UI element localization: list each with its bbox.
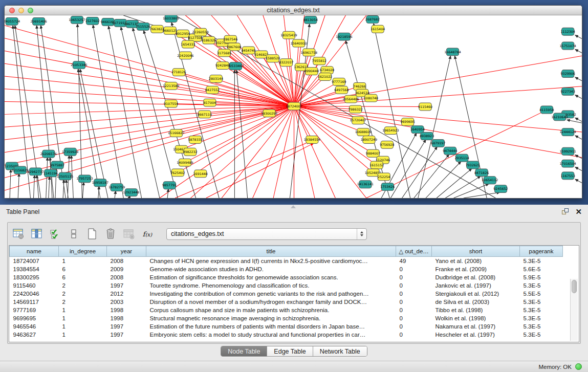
- table-row[interactable]: 2242004622012Investigating the contribut…: [10, 290, 563, 298]
- network-node[interactable]: 2935114: [455, 154, 469, 162]
- network-node[interactable]: 8813054: [303, 16, 318, 24]
- network-node[interactable]: 9245652: [493, 185, 508, 193]
- network-node[interactable]: 9975887: [50, 161, 64, 169]
- network-node[interactable]: 12444124: [560, 128, 576, 136]
- network-node[interactable]: 9474444: [443, 147, 457, 155]
- network-node[interactable]: 6497568: [334, 86, 349, 94]
- network-node[interactable]: 9699695: [401, 118, 415, 126]
- network-node[interactable]: 20691406: [30, 17, 47, 25]
- network-node[interactable]: 7515526: [136, 23, 150, 30]
- network-node[interactable]: 14099489: [177, 159, 193, 166]
- table-row[interactable]: 911546021997Tourette syndrome. Phenomeno…: [10, 281, 563, 290]
- network-node[interactable]: 6879197: [431, 139, 445, 147]
- network-node[interactable]: 16210643: [551, 113, 568, 121]
- network-node[interactable]: 1080748: [364, 94, 378, 102]
- close-panel-icon[interactable]: ✕: [575, 208, 582, 215]
- network-node[interactable]: 18300295: [261, 110, 277, 117]
- network-node[interactable]: 9242848: [215, 62, 230, 70]
- network-node[interactable]: 2803144: [209, 75, 223, 83]
- network-node[interactable]: 1615404: [371, 25, 385, 33]
- network-node[interactable]: 1167553: [561, 172, 575, 180]
- network-node[interactable]: 9227343: [561, 87, 575, 95]
- network-node[interactable]: 1615152: [369, 161, 384, 169]
- network-node[interactable]: 9329906: [561, 70, 575, 78]
- network-node[interactable]: 16961758: [301, 49, 317, 56]
- rows-icon[interactable]: [67, 227, 80, 240]
- column-header-name[interactable]: name: [10, 246, 59, 257]
- network-node[interactable]: 12923448: [123, 189, 139, 196]
- network-node[interactable]: 10653257: [69, 16, 85, 24]
- column-header-year[interactable]: year: [107, 246, 146, 257]
- network-node[interactable]: 17016504: [560, 160, 576, 167]
- column-header-title[interactable]: title: [146, 246, 396, 257]
- network-node[interactable]: 5878335: [188, 136, 202, 144]
- network-node[interactable]: 9660125: [163, 27, 177, 34]
- column-header-out_degree[interactable]: △ out_de…: [396, 246, 432, 257]
- network-node[interactable]: 15640910: [290, 39, 307, 47]
- network-node[interactable]: 8322037: [279, 59, 293, 67]
- network-node[interactable]: 20564486: [342, 95, 359, 103]
- network-node[interactable]: 15751074: [560, 42, 576, 50]
- network-canvas[interactable]: 2405572420691406106532571527602946616010…: [5, 15, 582, 198]
- column-header-short[interactable]: short: [432, 246, 520, 257]
- table-selector-dropdown[interactable]: citations_edges.txt: [166, 228, 367, 240]
- scrollbar-thumb[interactable]: [572, 280, 577, 293]
- network-node[interactable]: 12213589: [163, 82, 179, 90]
- network-node[interactable]: 14136141: [357, 181, 374, 188]
- network-node[interactable]: 10654112: [482, 177, 498, 184]
- network-node[interactable]: 1588520: [266, 55, 280, 62]
- network-node[interactable]: 21053346: [71, 61, 87, 69]
- network-node[interactable]: 7955812: [312, 57, 326, 65]
- close-window-button[interactable]: [9, 8, 15, 13]
- network-node[interactable]: 15720407: [350, 117, 366, 124]
- network-node[interactable]: 2718126: [171, 69, 186, 76]
- network-node[interactable]: 7932621: [466, 161, 480, 169]
- table-row[interactable]: 1872400712008Changes of HCN gene express…: [10, 257, 563, 265]
- network-node[interactable]: 7663822: [150, 25, 164, 33]
- network-node[interactable]: 8115958: [539, 106, 554, 114]
- table-row[interactable]: 1938455462009Genome-wide association stu…: [10, 265, 563, 273]
- network-node[interactable]: 15166827: [168, 129, 184, 137]
- trash-icon[interactable]: [104, 227, 117, 240]
- network-node[interactable]: 3175685: [217, 49, 231, 57]
- network-node[interactable]: 8427552: [205, 86, 220, 94]
- table-row[interactable]: 946554611997Estimation of the future num…: [10, 322, 563, 331]
- network-node[interactable]: 12942737: [27, 168, 43, 176]
- network-node[interactable]: 1691448: [193, 170, 208, 178]
- network-node[interactable]: 17359928: [62, 148, 78, 156]
- network-node[interactable]: 8990448: [304, 68, 319, 75]
- tab-node-table[interactable]: Node Table: [221, 346, 267, 356]
- network-node[interactable]: 17957253: [76, 175, 93, 183]
- network-node[interactable]: 12505135: [57, 172, 73, 180]
- network-node[interactable]: 12156829: [12, 166, 28, 174]
- network-node[interactable]: 1621022: [318, 73, 332, 81]
- select-columns-icon[interactable]: [30, 227, 43, 240]
- network-node[interactable]: 19654923: [382, 127, 399, 135]
- network-node[interactable]: 22420046: [177, 52, 193, 59]
- splitter-handle[interactable]: [291, 205, 296, 208]
- network-node[interactable]: 8938923: [420, 133, 434, 140]
- network-node[interactable]: 7986322: [349, 105, 363, 113]
- network-node[interactable]: 1145194: [43, 169, 58, 177]
- table-settings-icon[interactable]: [12, 227, 25, 240]
- network-node[interactable]: 18325419: [280, 31, 297, 39]
- table-row[interactable]: 1456911722003Disruption of a novel membe…: [10, 298, 563, 306]
- network-node[interactable]: 9107554: [164, 100, 178, 107]
- network-node[interactable]: 8186328: [202, 36, 216, 44]
- new-document-icon[interactable]: [85, 227, 99, 240]
- table-row[interactable]: 969969511998Structural magnetic resonanc…: [10, 314, 563, 322]
- network-node[interactable]: 8471826: [474, 169, 489, 177]
- network-node[interactable]: 9857791: [162, 182, 177, 189]
- function-builder-icon[interactable]: f(x): [141, 227, 154, 240]
- table-row[interactable]: 977716911998Corpus callosum shape and si…: [10, 306, 563, 314]
- float-panel-icon[interactable]: [562, 208, 569, 215]
- tab-edge-table[interactable]: Edge Table: [267, 346, 313, 356]
- network-node[interactable]: 8667110: [198, 111, 212, 118]
- delete-table-icon[interactable]: [122, 227, 136, 240]
- network-node[interactable]: 9777169: [332, 78, 346, 85]
- network-node[interactable]: 19384554: [304, 136, 320, 144]
- network-node[interactable]: 1527602: [85, 17, 100, 25]
- network-node[interactable]: 817004: [204, 99, 216, 106]
- network-view[interactable]: 2405572420691406106532571527602946616010…: [5, 15, 582, 198]
- network-node[interactable]: 20206576: [40, 150, 57, 158]
